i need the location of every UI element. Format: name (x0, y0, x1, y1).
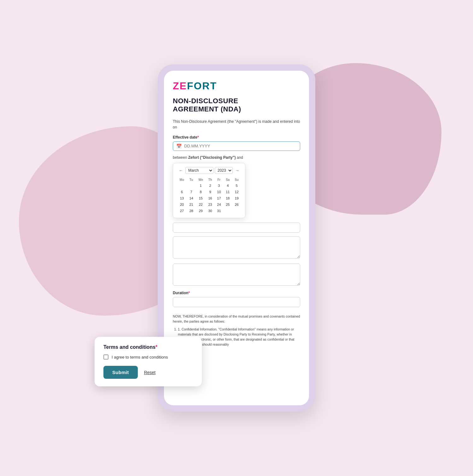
calendar-next-button[interactable]: → (233, 167, 241, 174)
calendar-day (177, 182, 187, 189)
weekday-fr: Fr (215, 177, 224, 182)
weekday-mo: Mo (177, 177, 187, 182)
calendar-day[interactable]: 31 (215, 208, 224, 214)
calendar-day[interactable]: 11 (223, 189, 232, 195)
checkbox-row[interactable]: I agree to terms and conditions (103, 354, 193, 360)
calendar-day (232, 208, 241, 214)
calendar-day[interactable]: 16 (206, 195, 215, 201)
receiving-party-input[interactable] (173, 223, 300, 233)
calendar-week-row: 12345 (177, 182, 241, 189)
calendar-day[interactable]: 13 (177, 195, 187, 201)
calendar-day[interactable]: 15 (196, 195, 206, 201)
weekday-we: We (196, 177, 206, 182)
calendar-day[interactable]: 29 (196, 208, 206, 214)
calendar-day[interactable]: 23 (206, 201, 215, 208)
between-text: between Zefort ("Disclosing Party") and (173, 155, 300, 160)
date-input[interactable] (184, 144, 297, 148)
calendar-day[interactable]: 8 (196, 189, 206, 195)
date-input-wrapper[interactable]: 📅 (173, 141, 300, 151)
calendar-week-row: 6789101112 (177, 189, 241, 195)
weekday-tu: Tu (187, 177, 196, 182)
weekday-sa: Sa (223, 177, 232, 182)
calendar-day[interactable]: 27 (177, 208, 187, 214)
logo: ZEFORT (173, 80, 300, 92)
calendar-day[interactable]: 7 (187, 189, 196, 195)
calendar-grid: Mo Tu We Th Fr Sa Su 1234567891011121314… (177, 177, 241, 214)
buttons-row: Submit Reset (103, 366, 193, 379)
calendar-week-row: 20212223242526 (177, 201, 241, 208)
calendar-day[interactable]: 10 (215, 189, 224, 195)
calendar-day[interactable]: 28 (187, 208, 196, 214)
terms-title: Terms and conditions* (103, 344, 193, 350)
calendar-day[interactable]: 26 (232, 201, 241, 208)
weekday-th: Th (206, 177, 215, 182)
terms-card: Terms and conditions* I agree to terms a… (95, 337, 202, 386)
document-title: NON-DISCLOSURE AGREEMENT (NDA) (173, 97, 300, 114)
calendar-day[interactable]: 5 (232, 182, 241, 189)
calendar-week-row: 2728293031 (177, 208, 241, 214)
month-select[interactable]: JanuaryFebruaryMarchAprilMayJuneJulyAugu… (185, 167, 213, 174)
duration-input[interactable] (173, 297, 300, 307)
document-intro: This Non-Disclosure Agreement (the "Agre… (173, 119, 300, 130)
calendar-day[interactable]: 22 (196, 201, 206, 208)
calendar-week-row: 13141516171819 (177, 195, 241, 201)
calendar-day[interactable]: 4 (223, 182, 232, 189)
submit-button[interactable]: Submit (103, 366, 138, 379)
calendar-weekdays-row: Mo Tu We Th Fr Sa Su (177, 177, 241, 182)
calendar-day (187, 182, 196, 189)
reset-button[interactable]: Reset (144, 370, 156, 375)
calendar-day (223, 208, 232, 214)
calendar-day[interactable]: 20 (177, 201, 187, 208)
calendar-icon: 📅 (176, 144, 182, 149)
year-select[interactable]: 20212022202320242025 (215, 167, 233, 174)
calendar-day[interactable]: 12 (232, 189, 241, 195)
logo-fort: FORT (187, 80, 217, 92)
terms-checkbox[interactable] (103, 354, 108, 360)
calendar-day[interactable]: 25 (223, 201, 232, 208)
calendar-day[interactable]: 2 (206, 182, 215, 189)
calendar-day[interactable]: 24 (215, 201, 224, 208)
calendar-day[interactable]: 17 (215, 195, 224, 201)
calendar-day[interactable]: 1 (196, 182, 206, 189)
calendar-day[interactable]: 6 (177, 189, 187, 195)
legal-now-therefore: NOW, THEREFORE, in consideration of the … (173, 314, 300, 324)
calendar-header: ← JanuaryFebruaryMarchAprilMayJuneJulyAu… (177, 167, 241, 174)
calendar-body: 1234567891011121314151617181920212223242… (177, 182, 241, 214)
calendar-prev-button[interactable]: ← (177, 167, 185, 174)
calendar-selects: JanuaryFebruaryMarchAprilMayJuneJulyAugu… (185, 167, 233, 174)
checkbox-label: I agree to terms and conditions (112, 355, 168, 360)
calendar-day[interactable]: 14 (187, 195, 196, 201)
address-textarea-2[interactable] (173, 264, 300, 286)
calendar-popup: ← JanuaryFebruaryMarchAprilMayJuneJulyAu… (173, 163, 245, 218)
calendar-day[interactable]: 30 (206, 208, 215, 214)
calendar-day[interactable]: 3 (215, 182, 224, 189)
weekday-su: Su (232, 177, 241, 182)
calendar-day[interactable]: 9 (206, 189, 215, 195)
duration-field: Duration* (173, 291, 300, 311)
calendar-day[interactable]: 19 (232, 195, 241, 201)
calendar-day[interactable]: 21 (187, 201, 196, 208)
logo-ze: ZE (173, 80, 187, 92)
calendar-day[interactable]: 18 (223, 195, 232, 201)
duration-label: Duration* (173, 291, 300, 295)
effective-date-label: Effective date* (173, 135, 300, 140)
address-textarea-1[interactable] (173, 236, 300, 259)
